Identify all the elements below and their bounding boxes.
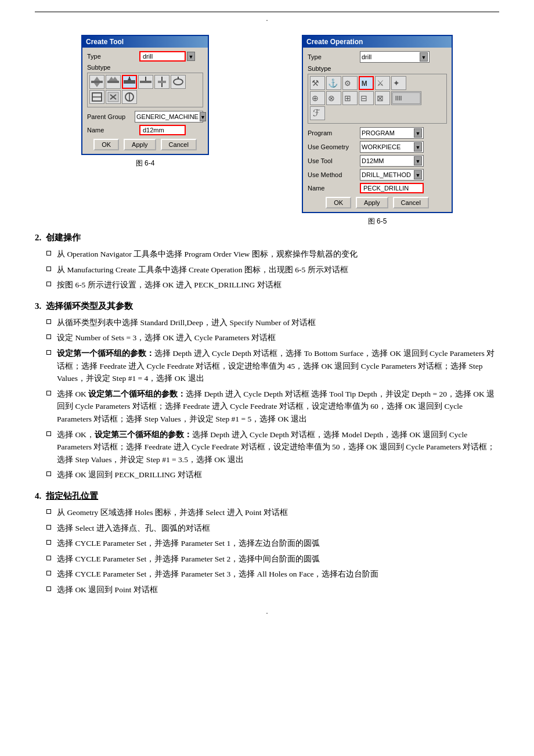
op-type-value[interactable]: drill ▼ (360, 51, 430, 63)
op-type-arrow[interactable]: ▼ (420, 52, 428, 62)
subtype-icon-8[interactable] (106, 90, 121, 104)
op-subtype-icon-2[interactable]: ⚓ (326, 76, 341, 90)
svg-text:ℱ: ℱ (313, 108, 320, 118)
bullet-icon (46, 471, 51, 476)
op-type-label: Type (308, 53, 360, 60)
create-operation-content: Type drill ▼ Subtype ⚒ ⚓ (303, 48, 452, 212)
op-subtype-icon-9[interactable]: ⊞ (342, 91, 358, 105)
program-arrow[interactable]: ▼ (414, 128, 422, 138)
create-tool-title: Create Tool (82, 36, 208, 48)
svg-text:✦: ✦ (393, 78, 400, 88)
bullet-icon (46, 571, 51, 575)
bullet-text: 设定第一个循环组的参数：选择 Depth 进入 Cycle Depth 对话框，… (57, 347, 499, 385)
subtype-icon-9[interactable] (122, 90, 137, 104)
bullet-icon (46, 586, 51, 591)
subtype-icon-7[interactable] (89, 90, 104, 104)
op-subtype-row-2: ⊕ ⊗ ⊞ ⊟ ⊠ (310, 91, 445, 105)
bullet-icon (46, 251, 51, 255)
op-subtype-icon-5[interactable]: ⚔ (375, 76, 390, 90)
subtype-icon-5[interactable] (154, 75, 169, 89)
use-method-value[interactable]: DRILL_METHOD ▼ (360, 169, 424, 181)
svg-point-13 (174, 79, 183, 85)
section-3: 3. 选择循环类型及其参数 从循环类型列表中选择 Standard Drill,… (35, 301, 499, 481)
subtype-icon-1[interactable] (89, 75, 104, 89)
bullet-text: 选择 CYCLE Parameter Set，并选择 Parameter Set… (57, 553, 499, 566)
bullet-icon (46, 431, 51, 436)
op-subtype-icon-11[interactable]: ⊠ (375, 91, 390, 105)
bullet-text: 选择 Select 进入选择点、孔、圆弧的对话框 (57, 522, 499, 535)
op-name-row: Name PECK_DRILLIN (308, 183, 447, 193)
use-tool-arrow[interactable]: ▼ (414, 156, 422, 165)
bullet-icon (46, 282, 51, 286)
type-dropdown-arrow[interactable]: ▼ (187, 52, 195, 61)
bullet-text: 设定 Number of Sets = 3，选择 OK 进入 Cycle Par… (57, 332, 499, 344)
program-row: Program PROGRAM ▼ (308, 127, 447, 139)
op-subtype-icon-4[interactable]: M (359, 76, 374, 90)
subtype-row-1 (89, 75, 201, 89)
create-op-ok-btn[interactable]: OK (326, 197, 351, 208)
svg-text:⚙: ⚙ (344, 79, 351, 88)
op-subtype-icon-1[interactable]: ⚒ (310, 76, 325, 90)
svg-rect-12 (158, 81, 166, 83)
subtype-icon-3[interactable] (122, 75, 137, 89)
op-subtype-icon-13[interactable]: ℱ (310, 106, 325, 120)
section-2-header: 2. 创建操作 (35, 232, 499, 243)
op-subtype-icon-10[interactable]: ⊟ (359, 91, 374, 105)
use-geometry-label: Use Geometry (308, 143, 360, 150)
op-subtype-row-1: ⚒ ⚓ ⚙ M ⚔ (310, 76, 445, 90)
op-subtype-icon-8[interactable]: ⊗ (326, 91, 341, 105)
bullet-text: 选择 OK，设定第三个循环组的参数：选择 Depth 进入 Cycle Dept… (57, 429, 499, 466)
create-tool-cancel-btn[interactable]: Cancel (161, 139, 197, 150)
list-item: 从循环类型列表中选择 Standard Drill,Deep，进入 Specif… (46, 316, 499, 329)
tool-name-value[interactable]: d12mm (139, 125, 186, 135)
subtype-icon-6[interactable] (171, 75, 186, 89)
bold-span: 设定第二个循环组的参数： (88, 390, 186, 398)
list-item: 从 Geometry 区域选择 Holes 图标，并选择 Select 进入 P… (46, 506, 499, 519)
create-tool-btn-row: OK Apply Cancel (87, 139, 203, 150)
figures-row: Create Tool Type drill ▼ Subtype (35, 35, 499, 226)
section-4-num: 4. (35, 491, 41, 501)
subtype-icon-4[interactable] (138, 75, 153, 89)
use-method-arrow[interactable]: ▼ (414, 170, 422, 179)
use-geometry-value[interactable]: WORKPIECE ▼ (360, 141, 424, 153)
parent-group-arrow[interactable]: ▼ (200, 112, 206, 121)
program-value[interactable]: PROGRAM ▼ (360, 127, 424, 139)
op-name-value[interactable]: PECK_DRILLIN (360, 183, 424, 193)
list-item: 按图 6-5 所示进行设置，选择 OK 进入 PECK_DRILLING 对话框 (46, 279, 499, 291)
subtype-icon-2[interactable] (106, 75, 121, 89)
op-name-label: Name (308, 185, 360, 192)
subtype-box (87, 73, 203, 107)
op-subtype-icon-12[interactable]: IIII (391, 91, 421, 105)
bold-span: 设定第一个循环组的参数： (57, 349, 154, 358)
bullet-icon (46, 267, 51, 271)
top-divider (35, 12, 499, 12)
section-3-title: 选择循环类型及其参数 (46, 301, 133, 312)
use-method-label: Use Method (308, 171, 360, 178)
bullet-text: 从循环类型列表中选择 Standard Drill,Deep，进入 Specif… (57, 316, 499, 329)
list-item: 选择 Select 进入选择点、孔、圆弧的对话框 (46, 522, 499, 535)
create-tool-ok-btn[interactable]: OK (93, 139, 119, 150)
svg-text:⚔: ⚔ (377, 78, 384, 88)
svg-rect-3 (107, 81, 119, 83)
op-subtype-icon-3[interactable]: ⚙ (342, 76, 358, 90)
list-item: 选择 OK，设定第三个循环组的参数：选择 Depth 进入 Cycle Dept… (46, 429, 499, 466)
fig1-caption: 图 6-4 (81, 159, 209, 168)
create-operation-figure: Create Operation Type drill ▼ Subtype ⚒ (302, 35, 453, 226)
section-4-list: 从 Geometry 区域选择 Holes 图标，并选择 Select 进入 P… (35, 506, 499, 596)
create-tool-apply-btn[interactable]: Apply (124, 139, 156, 150)
parent-group-row: Parent Group GENERIC_MACHINE ▼ (87, 111, 203, 123)
op-subtype-icon-7[interactable]: ⊕ (310, 91, 325, 105)
use-tool-value[interactable]: D12MM ▼ (360, 155, 424, 167)
create-operation-title: Create Operation (303, 36, 452, 48)
create-op-cancel-btn[interactable]: Cancel (393, 197, 429, 208)
op-subtype-icon-6[interactable]: ✦ (391, 76, 406, 90)
use-geometry-arrow[interactable]: ▼ (414, 142, 422, 152)
section-2-num: 2. (35, 233, 41, 243)
parent-group-label: Parent Group (87, 113, 135, 120)
program-text: PROGRAM (362, 129, 395, 136)
op-subtype-row-3: ℱ (310, 106, 445, 120)
svg-marker-2 (94, 83, 100, 87)
parent-group-value[interactable]: GENERIC_MACHINE ▼ (135, 111, 203, 123)
use-geometry-row: Use Geometry WORKPIECE ▼ (308, 141, 447, 153)
create-op-apply-btn[interactable]: Apply (356, 197, 388, 208)
